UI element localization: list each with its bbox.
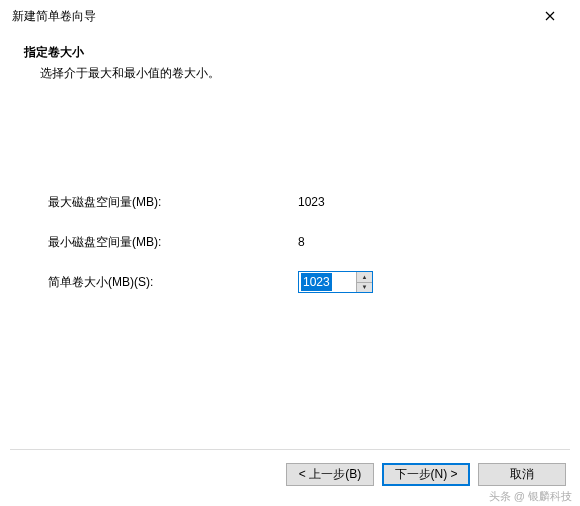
chevron-down-icon: ▼: [362, 284, 368, 290]
page-subheading: 选择介于最大和最小值的卷大小。: [24, 65, 556, 82]
window-title: 新建简单卷向导: [12, 8, 96, 25]
footer-separator: [10, 449, 570, 450]
chevron-up-icon: ▲: [362, 274, 368, 280]
min-space-row: 最小磁盘空间量(MB): 8: [48, 230, 532, 254]
wizard-header: 指定卷大小 选择介于最大和最小值的卷大小。: [0, 30, 580, 90]
volume-size-row: 简单卷大小(MB)(S): 1023 ▲ ▼: [48, 270, 532, 294]
titlebar: 新建简单卷向导: [0, 0, 580, 30]
volume-size-spinner[interactable]: 1023 ▲ ▼: [298, 271, 373, 293]
next-button[interactable]: 下一步(N) >: [382, 463, 470, 486]
max-space-label: 最大磁盘空间量(MB):: [48, 194, 298, 211]
close-icon: [545, 11, 555, 21]
footer-buttons: < 上一步(B) 下一步(N) > 取消: [286, 463, 566, 486]
close-button[interactable]: [532, 4, 568, 28]
volume-size-label: 简单卷大小(MB)(S):: [48, 274, 298, 291]
volume-size-input[interactable]: 1023: [299, 272, 356, 292]
spinner-buttons: ▲ ▼: [356, 272, 372, 292]
spinner-up-button[interactable]: ▲: [357, 272, 372, 283]
watermark: 头条 @ 银麟科技: [489, 489, 572, 504]
page-heading: 指定卷大小: [24, 44, 556, 61]
max-space-value: 1023: [298, 195, 325, 209]
max-space-row: 最大磁盘空间量(MB): 1023: [48, 190, 532, 214]
cancel-button[interactable]: 取消: [478, 463, 566, 486]
min-space-label: 最小磁盘空间量(MB):: [48, 234, 298, 251]
spinner-down-button[interactable]: ▼: [357, 283, 372, 293]
content-area: 最大磁盘空间量(MB): 1023 最小磁盘空间量(MB): 8 简单卷大小(M…: [0, 90, 580, 294]
back-button[interactable]: < 上一步(B): [286, 463, 374, 486]
volume-size-value: 1023: [301, 273, 332, 291]
min-space-value: 8: [298, 235, 305, 249]
